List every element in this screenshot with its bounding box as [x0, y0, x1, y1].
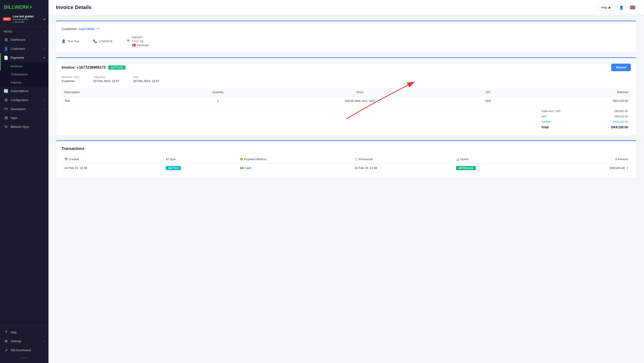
- transaction-processed: 24 Feb 23, 13:36: [352, 163, 453, 173]
- sidebar-item-payments[interactable]: 📄 Payments ▾: [0, 53, 48, 62]
- topbar: Invoice Details Help ▶ 👤 🇬🇧: [48, 0, 644, 15]
- topbar-actions: Help ▶ 👤 🇬🇧: [598, 3, 636, 12]
- amount-value: DKK100.00: [610, 166, 625, 170]
- customer-header: Customer: cust-0002 ✎: [62, 27, 631, 31]
- dashboard-icon: ⊞: [4, 38, 8, 42]
- approved-badge: APPROVED: [456, 166, 476, 170]
- total-excl-vat-label: Total excl. VAT: [541, 109, 561, 113]
- cash-icon: 💵: [240, 166, 244, 170]
- invoice-type-label: Invoice type: [62, 76, 80, 79]
- sidebar-item-help[interactable]: ? Help: [0, 328, 48, 337]
- customers-icon: 👤: [4, 47, 8, 51]
- sidebar-item-subscriptions[interactable]: 🔄 Subscriptions: [0, 87, 48, 96]
- sidebar-item-label: Settings: [11, 339, 22, 343]
- sidebar-item-invoices[interactable]: Invoices: [0, 62, 48, 70]
- transaction-status: APPROVED: [453, 163, 544, 173]
- table-row: 24 Feb 23, 13:36 SETTLE 💵 Cash 24 Feb 23…: [62, 163, 631, 173]
- vat-row: VAT DKK20.00: [538, 114, 631, 119]
- invoice-label-text: Invoice:: [62, 66, 77, 69]
- help-button[interactable]: Help ▶: [598, 4, 614, 11]
- sidebar-item-developers[interactable]: <> Developers ›: [0, 105, 48, 113]
- sync-icon: ↻: [4, 125, 8, 129]
- sidebar-item-label: Customers: [11, 47, 25, 50]
- chevron-down-icon: ▾: [44, 57, 45, 59]
- sidebar-sub-label: Payouts: [11, 81, 22, 84]
- invoice-type-value: Customer: [62, 79, 80, 83]
- edit-icon[interactable]: ✎: [96, 27, 99, 31]
- customer-name-item: 👤 Test Test: [62, 35, 79, 47]
- customer-card: Customer: cust-0002 ✎ 👤 Test Test 📞 1234…: [56, 21, 636, 53]
- sidebar-bottom: ? Help ⚙ Settings › ↗ Old Dashboard v1.3…: [0, 326, 48, 363]
- col-subtotal: Subtotal: [519, 88, 631, 96]
- customer-phone: 12345678: [99, 40, 112, 43]
- go-live-icon: ●: [13, 21, 15, 23]
- content-area: Customer: cust-0002 ✎ 👤 Test Test 📞 1234…: [48, 15, 644, 184]
- transaction-amount: DKK100.00 ▾: [544, 163, 631, 173]
- account-section: TEST Liva test guides liva-test-guides- …: [0, 13, 48, 26]
- sidebar-item-label: Billwerk+Sync: [11, 125, 29, 129]
- th-payment-method: 💳 Payment Method: [237, 155, 352, 163]
- uk-flag-icon: 🇬🇧: [630, 5, 636, 10]
- sidebar-item-configuration[interactable]: ⚙ Configuration ›: [0, 96, 48, 105]
- sidebar-item-billwerk-sync[interactable]: ↻ Billwerk+Sync: [0, 122, 48, 131]
- go-live-label: Go Live: [15, 21, 24, 23]
- transaction-created: 24 Feb 23, 13:36: [62, 163, 163, 173]
- payments-submenu: Invoices Transactions Payouts: [0, 62, 48, 87]
- sidebar-item-label: Developers: [11, 107, 26, 111]
- apps-icon: ⊞: [4, 116, 8, 120]
- sidebar-item-settings[interactable]: ⚙ Settings ›: [0, 337, 48, 346]
- vat-label: VAT: [541, 115, 546, 118]
- collapse-icon[interactable]: ‹: [44, 30, 45, 33]
- sidebar-item-dashboard[interactable]: ⊞ Dashboard: [0, 35, 48, 44]
- settled-badge: SETTLED: [108, 66, 126, 70]
- invoice-type-item: Invoice type Customer: [62, 76, 80, 83]
- total-excl-vat-value: DKK80.00: [614, 109, 628, 113]
- chevron-right-icon: ›: [44, 99, 45, 101]
- refund-button[interactable]: Refund: [611, 64, 631, 71]
- th-created: 📅 Created: [62, 155, 163, 163]
- transaction-type: SETTLE: [163, 163, 237, 173]
- chevron-down-icon[interactable]: ▾: [627, 166, 628, 170]
- help-button-label: Help: [601, 6, 607, 9]
- invoice-created-value: 24 Feb 2023, 12:57: [93, 79, 120, 83]
- payments-icon: 📄: [4, 56, 8, 60]
- customer-info: 👤 Test Test 📞 12345678 📍 Vejnavn 1112, b…: [62, 35, 631, 47]
- sidebar-item-old-dashboard[interactable]: ↗ Old Dashboard: [0, 346, 48, 355]
- sidebar-item-customers[interactable]: 👤 Customers ›: [0, 44, 48, 53]
- vat-value: DKK20.00: [614, 115, 628, 118]
- page-title: Invoice Details: [56, 5, 92, 11]
- row-subtotal: DKK100.00: [519, 96, 631, 106]
- chevron-right-icon: ›: [44, 108, 45, 110]
- table-row: Test 1 100.00 DKK (Incl. VAT) 25% DKK100…: [62, 96, 631, 106]
- transactions-table: 📅 Created 🏷 Type 💳 Payment Method 🕐 Proc…: [62, 155, 631, 173]
- transactions-title: Transactions: [62, 147, 631, 151]
- user-icon-button[interactable]: 👤: [617, 3, 626, 12]
- subscriptions-icon: 🔄: [4, 89, 8, 93]
- invoice-due-label: Due: [133, 76, 160, 79]
- sidebar-item-transactions[interactable]: Transactions: [0, 70, 48, 78]
- th-type: 🏷 Type: [163, 155, 237, 163]
- swap-icon[interactable]: ⇄: [43, 17, 46, 21]
- transactions-card: Transactions 📅 Created 🏷 Type 💳 Payment …: [56, 140, 636, 178]
- main-content: Invoice Details Help ▶ 👤 🇬🇧 Customer: cu…: [48, 0, 644, 363]
- sidebar-item-payouts[interactable]: Payouts: [0, 78, 48, 87]
- language-flag-button[interactable]: 🇬🇧: [628, 3, 636, 12]
- user-icon: 👤: [619, 5, 624, 10]
- go-live-link[interactable]: ● Go Live: [13, 21, 41, 23]
- location-icon: 📍: [126, 39, 130, 43]
- sidebar-sub-label: Invoices: [11, 65, 23, 68]
- logo-plus: +: [29, 4, 32, 10]
- col-price: Price: [263, 88, 457, 96]
- test-badge: TEST: [3, 17, 11, 21]
- sidebar-item-apps[interactable]: ⊞ Apps: [0, 113, 48, 122]
- sidebar-item-label: Old Dashboard: [11, 348, 31, 352]
- th-amount: $ Amount: [544, 155, 631, 163]
- invoice-due-item: Due 24 Feb 2023, 12:57: [133, 76, 160, 83]
- invoice-meta: Invoice type Customer Created 24 Feb 202…: [62, 76, 631, 83]
- customer-id-link[interactable]: cust-0002: [78, 27, 94, 31]
- customer-name: Test Test: [68, 40, 79, 43]
- menu-label: Menu: [4, 30, 12, 33]
- dollar-icon: $: [615, 158, 618, 161]
- col-vat: VAT: [457, 88, 519, 96]
- total-excl-vat-row: Total excl. VAT DKK80.00: [538, 108, 631, 114]
